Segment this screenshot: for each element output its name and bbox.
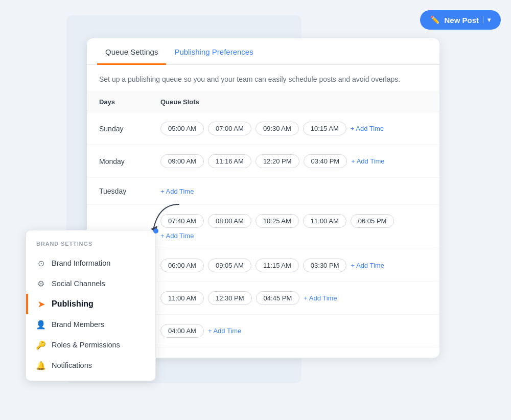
time-slot[interactable]: 03:40 PM: [304, 154, 347, 168]
time-slots-container: 05:00 AM07:00 AM09:30 AM10:15 AM+ Add Ti…: [160, 122, 427, 135]
sidebar-indicator-dot: [153, 228, 158, 234]
sidebar-item-brand-members[interactable]: 👤Brand Members: [26, 314, 155, 335]
time-slot[interactable]: 10:15 AM: [303, 122, 346, 135]
add-time-button[interactable]: + Add Time: [304, 294, 337, 302]
notifications-icon: 🔔: [36, 361, 45, 370]
new-post-button[interactable]: ✏️ New Post ▾: [420, 10, 501, 30]
time-slots-container: 09:00 AM11:16 AM12:20 PM03:40 PM+ Add Ti…: [160, 154, 427, 168]
time-slot[interactable]: 08:00 AM: [208, 214, 251, 228]
new-post-label: New Post: [444, 16, 479, 25]
time-slot[interactable]: 12:20 PM: [256, 154, 299, 168]
time-slots-container: 06:00 AM09:05 AM11:15 AM03:30 PM+ Add Ti…: [160, 259, 427, 272]
top-bar: ✏️ New Post ▾: [420, 10, 501, 30]
sidebar: BRAND SETTINGS ⊙Brand Information⚙Social…: [26, 230, 156, 381]
col-days-header: Days: [99, 98, 160, 106]
tabs-container: Queue Settings Publishing Preferences: [87, 38, 439, 65]
chevron-down-icon[interactable]: ▾: [483, 16, 491, 24]
tab-publishing-preferences[interactable]: Publishing Preferences: [166, 38, 261, 65]
time-slot[interactable]: 06:05 PM: [351, 214, 394, 228]
add-time-button[interactable]: + Add Time: [351, 125, 384, 132]
time-slot[interactable]: 12:30 PM: [208, 291, 252, 305]
add-time-button[interactable]: + Add Time: [160, 188, 194, 195]
time-slots-container: 11:00 AM12:30 PM04:45 PM+ Add Time: [160, 291, 427, 305]
sidebar-item-label-brand-members: Brand Members: [52, 320, 104, 329]
add-time-button[interactable]: + Add Time: [351, 157, 384, 165]
add-time-button[interactable]: + Add Time: [208, 327, 241, 335]
sidebar-item-label-roles-permissions: Roles & Permissions: [52, 341, 120, 349]
sidebar-item-label-publishing: Publishing: [52, 299, 94, 309]
sidebar-item-notifications[interactable]: 🔔Notifications: [26, 355, 155, 376]
time-slots-container: 04:00 AM+ Add Time: [160, 324, 427, 338]
time-slot[interactable]: 09:00 AM: [160, 154, 204, 168]
time-slot[interactable]: 11:00 AM: [303, 214, 346, 228]
sidebar-item-label-brand-information: Brand Information: [52, 259, 110, 267]
add-time-button[interactable]: + Add Time: [351, 262, 384, 269]
time-slot[interactable]: 10:25 AM: [256, 214, 299, 228]
time-slot[interactable]: 09:05 AM: [208, 259, 251, 272]
sidebar-item-brand-information[interactable]: ⊙Brand Information: [26, 253, 155, 273]
time-slot[interactable]: 04:00 AM: [160, 324, 204, 338]
publishing-icon: ➤: [36, 299, 45, 309]
edit-icon: ✏️: [430, 15, 440, 25]
tab-queue-settings[interactable]: Queue Settings: [97, 38, 166, 65]
sidebar-item-label-notifications: Notifications: [52, 361, 92, 369]
col-slots-header: Queue Slots: [160, 98, 427, 106]
day-name: Sunday: [99, 125, 160, 133]
time-slot[interactable]: 11:16 AM: [208, 154, 251, 168]
time-slot[interactable]: 11:00 AM: [160, 291, 204, 305]
day-row: Sunday05:00 AM07:00 AM09:30 AM10:15 AM+ …: [87, 112, 439, 145]
time-slots-container: 07:40 AM08:00 AM10:25 AM11:00 AM06:05 PM…: [160, 214, 427, 240]
brand-information-icon: ⊙: [36, 259, 45, 268]
time-slot[interactable]: 09:30 AM: [256, 122, 299, 135]
day-name: Monday: [99, 157, 160, 166]
sidebar-item-social-channels[interactable]: ⚙Social Channels: [26, 273, 155, 294]
time-slot[interactable]: 11:15 AM: [256, 259, 299, 272]
time-slots-container: + Add Time: [160, 188, 427, 195]
time-slot[interactable]: 07:00 AM: [208, 122, 251, 135]
sidebar-item-publishing[interactable]: ➤Publishing: [26, 294, 155, 314]
day-row: Monday09:00 AM11:16 AM12:20 PM03:40 PM+ …: [87, 145, 439, 178]
description-text: Set up a publishing queue so you and you…: [87, 65, 439, 92]
sidebar-section-title: BRAND SETTINGS: [26, 241, 155, 253]
time-slot[interactable]: 05:00 AM: [160, 122, 204, 135]
sidebar-items-container: ⊙Brand Information⚙Social Channels➤Publi…: [26, 253, 155, 376]
time-slot[interactable]: 04:45 PM: [256, 291, 300, 305]
table-header: Days Queue Slots: [87, 92, 439, 112]
time-slot[interactable]: 06:00 AM: [160, 259, 204, 272]
roles-permissions-icon: 🔑: [36, 340, 45, 349]
time-slot[interactable]: 03:30 PM: [303, 259, 347, 272]
social-channels-icon: ⚙: [36, 279, 45, 288]
brand-members-icon: 👤: [36, 320, 45, 329]
sidebar-item-label-social-channels: Social Channels: [52, 279, 105, 288]
sidebar-item-roles-permissions[interactable]: 🔑Roles & Permissions: [26, 335, 155, 355]
day-name: Tuesday: [99, 187, 160, 195]
